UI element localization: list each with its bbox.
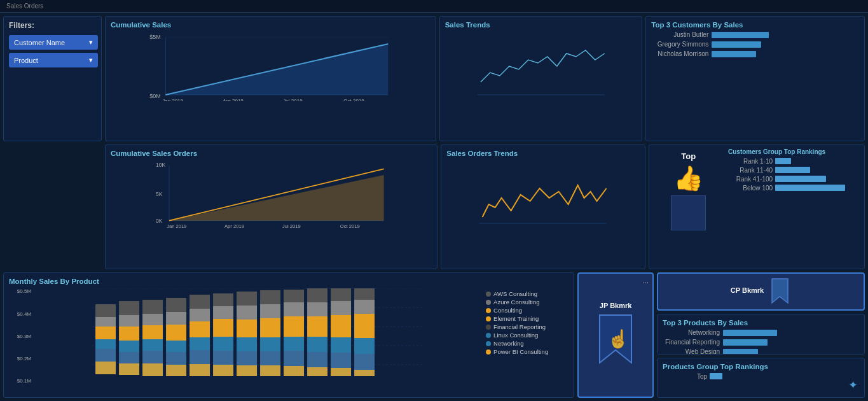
legend-power-bi-dot	[486, 349, 491, 355]
svg-text:5K: 5K	[156, 191, 163, 197]
customer-1-row: Justin Butler	[651, 31, 859, 38]
svg-rect-43	[166, 298, 186, 312]
legend-linux-dot	[486, 333, 491, 338]
cumulative-sales-orders-chart: 10K 5K 0K Jan 2019 Apr 2019 Jul 2019 Oct…	[111, 160, 432, 230]
svg-rect-53	[189, 350, 210, 364]
customer-1-name: Justin Butler	[651, 31, 708, 38]
rank-11-40-bar	[775, 167, 810, 173]
svg-rect-68	[260, 304, 280, 318]
svg-rect-50	[189, 309, 210, 321]
dots-menu-icon[interactable]: ...	[642, 276, 649, 285]
svg-rect-30	[95, 362, 116, 374]
monthly-sales-bars: $0.5M $0.4M $0.3M $0.2M $0.1M	[9, 288, 483, 384]
jp-bookmark-widget[interactable]: ... JP Bkmrk ☝	[577, 272, 654, 398]
sales-orders-trends-title: Sales Orders Trends	[446, 150, 639, 157]
customer-name-dropdown[interactable]: Customer Name ▾	[9, 35, 98, 50]
products-group-rankings-panel: Products Group Top Rankings Top ✦	[657, 358, 865, 398]
svg-rect-41	[142, 351, 163, 363]
svg-rect-77	[284, 351, 304, 366]
svg-rect-93	[354, 314, 375, 338]
legend-power-bi: Power BI Consulting	[486, 348, 568, 355]
products-top-label: Top	[663, 373, 707, 380]
product-2-bar	[723, 339, 768, 346]
svg-rect-60	[213, 365, 233, 376]
svg-text:Oct 2019: Oct 2019	[343, 98, 364, 101]
product-2-name: Financial Reporting	[663, 339, 720, 346]
svg-rect-34	[119, 341, 139, 352]
jp-bookmark-icon: ☝	[593, 312, 638, 369]
legend-networking-dot	[486, 341, 491, 346]
cp-bookmark-icon	[769, 278, 791, 306]
svg-rect-51	[189, 321, 210, 337]
legend-element-dot	[486, 316, 491, 321]
rank-1-10-bar	[775, 158, 791, 164]
svg-rect-64	[237, 337, 257, 351]
svg-text:Oct 2019: Oct 2019	[340, 223, 360, 229]
product-3-bar	[723, 349, 758, 355]
svg-rect-73	[284, 290, 304, 302]
thumbs-up-icon: 👍	[673, 164, 703, 192]
cumulative-sales-panel: Cumulative Sales $5M $0M Jan 2019 Apr 20…	[105, 16, 436, 141]
svg-rect-70	[260, 337, 280, 351]
monthly-sales-legend: AWS Consulting Azure Consulting Consulti…	[486, 278, 568, 393]
cumulative-sales-orders-panel: Cumulative Sales Orders 10K 5K 0K Jan 20…	[105, 144, 437, 270]
svg-rect-75	[284, 316, 304, 337]
svg-rect-49	[189, 295, 210, 309]
svg-rect-79	[307, 288, 327, 302]
legend-networking: Networking	[486, 340, 568, 347]
svg-rect-35	[119, 352, 139, 363]
top-icon-placeholder	[671, 195, 706, 230]
svg-rect-59	[213, 351, 233, 365]
svg-text:☝: ☝	[607, 328, 630, 349]
svg-rect-38	[142, 314, 163, 325]
svg-rect-69	[260, 318, 280, 337]
below-100-label: Below 100	[728, 185, 773, 192]
legend-financial-dot	[486, 325, 491, 330]
svg-rect-31	[119, 301, 139, 315]
product-1-row: Networking	[663, 329, 859, 336]
svg-text:10K: 10K	[156, 162, 166, 168]
svg-rect-63	[237, 320, 257, 337]
svg-text:Jan 2019: Jan 2019	[162, 98, 183, 101]
customer-2-row: Gregory Simmons	[651, 41, 859, 48]
svg-rect-66	[237, 365, 257, 376]
svg-rect-86	[331, 301, 351, 315]
svg-rect-65	[237, 351, 257, 365]
svg-rect-42	[142, 363, 163, 376]
products-top-bar	[710, 373, 722, 379]
svg-rect-89	[331, 353, 351, 368]
customer-2-name: Gregory Simmons	[651, 41, 708, 48]
svg-rect-52	[189, 337, 210, 350]
svg-rect-83	[307, 352, 327, 367]
svg-rect-55	[213, 293, 233, 306]
sales-orders-trends-chart	[446, 160, 639, 230]
svg-rect-25	[95, 304, 116, 317]
sales-trends-chart	[445, 31, 637, 101]
svg-rect-36	[119, 363, 139, 375]
top-icon-rankings-panel: Top 👍 Customers Group Top Rankings Rank …	[649, 144, 865, 270]
sales-orders-trends-panel: Sales Orders Trends	[441, 144, 645, 270]
rank-11-40-row: Rank 11-40	[728, 167, 861, 174]
svg-rect-71	[260, 351, 280, 365]
svg-rect-45	[166, 325, 186, 341]
svg-rect-44	[166, 312, 186, 325]
chevron-down-icon: ▾	[89, 38, 93, 46]
svg-rect-80	[307, 302, 327, 316]
legend-element-training: Element Training	[486, 315, 568, 322]
sales-trends-title: Sales Trends	[445, 21, 637, 29]
below-100-row: Below 100	[728, 185, 861, 192]
row-1: Filters: Customer Name ▾ Product ▾ Cumul…	[3, 16, 865, 141]
svg-rect-72	[260, 365, 280, 376]
product-1-bar	[723, 330, 777, 336]
svg-rect-96	[354, 370, 375, 376]
y-max-label: $5M	[149, 34, 161, 40]
cp-bookmark-widget[interactable]: CP Bkmrk	[657, 272, 865, 311]
svg-rect-95	[354, 354, 375, 370]
svg-rect-91	[354, 288, 375, 300]
below-100-bar	[775, 185, 845, 191]
product-dropdown[interactable]: Product ▾	[9, 53, 98, 67]
sales-trends-panel: Sales Trends	[439, 16, 643, 141]
svg-rect-37	[142, 300, 163, 314]
product-3-name: Web Design	[663, 348, 720, 354]
svg-rect-26	[95, 317, 116, 327]
